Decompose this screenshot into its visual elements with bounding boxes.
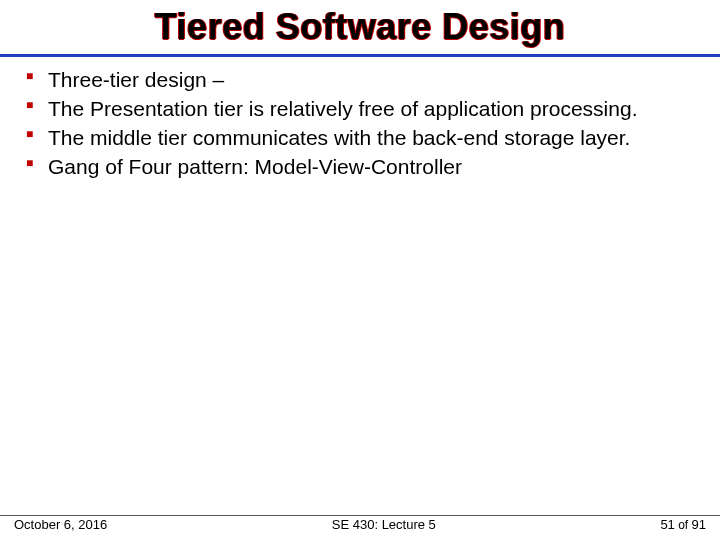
list-item: The middle tier communicates with the ba… xyxy=(24,125,702,152)
bullet-list: Three-tier design – The Presentation tie… xyxy=(24,67,702,181)
title-rule xyxy=(0,54,720,57)
list-item: Three-tier design – xyxy=(24,67,702,94)
footer-course: SE 430: Lecture 5 xyxy=(107,517,660,532)
footer-rule xyxy=(0,515,720,516)
slide: Tiered Software Design Three-tier design… xyxy=(0,0,720,540)
list-item: The Presentation tier is relatively free… xyxy=(24,96,702,123)
footer-date: October 6, 2016 xyxy=(14,517,107,532)
footer-page: 51 of 91 xyxy=(660,517,706,532)
page-title: Tiered Software Design xyxy=(18,0,702,54)
footer: October 6, 2016 SE 430: Lecture 5 51 of … xyxy=(0,517,720,532)
list-item: Gang of Four pattern: Model-View-Control… xyxy=(24,154,702,181)
page-total: 91 xyxy=(692,517,706,532)
content-body: Three-tier design – The Presentation tie… xyxy=(18,67,702,181)
page-current: 51 xyxy=(660,517,674,532)
page-sep: of xyxy=(675,518,692,532)
